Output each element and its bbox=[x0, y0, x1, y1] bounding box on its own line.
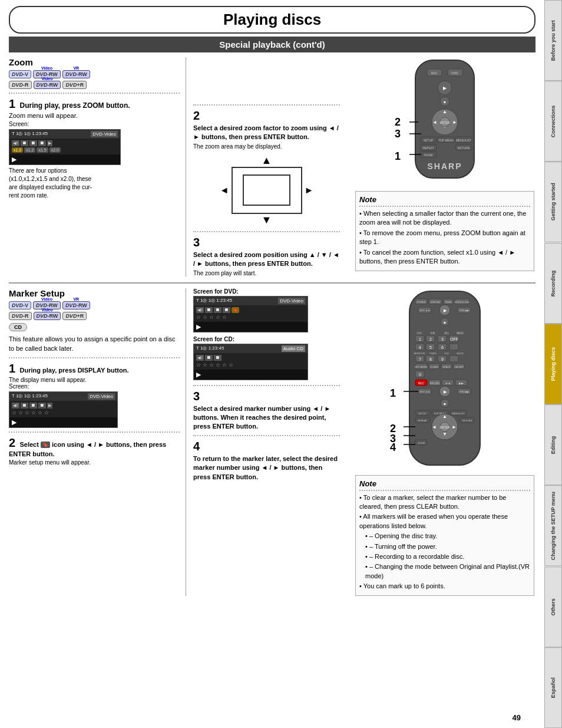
svg-text:6: 6 bbox=[441, 345, 444, 350]
zoom-step1: 1 During play, press ZOOM button. Zoom m… bbox=[9, 97, 180, 200]
svg-text:▶▶: ▶▶ bbox=[459, 381, 464, 385]
marker-disc-dvd-plus-r: DVD+R bbox=[62, 312, 87, 320]
marker-note-item-6: – Changing the mode between Original and… bbox=[359, 562, 530, 581]
marker-screen-cd-label: Screen for CD: bbox=[193, 336, 340, 342]
svg-rect-66 bbox=[449, 344, 458, 350]
zoom-step1-body: Zoom menu will appear. bbox=[9, 112, 180, 119]
marker-step1-number: 1 bbox=[9, 362, 15, 375]
svg-text:7: 7 bbox=[419, 357, 421, 361]
zoom-note-box: Note When selecting a smaller factor tha… bbox=[355, 191, 534, 271]
marker-step2-heading: Select 🔖 icon using ◄ / ► buttons, then … bbox=[9, 441, 166, 457]
svg-text:2: 2 bbox=[429, 337, 432, 341]
marker-note-item-4: – Turning off the power. bbox=[359, 542, 530, 551]
svg-text:►: ► bbox=[452, 120, 457, 125]
zoom-note-item-2: To remove the zoom menu, press ZOOM butt… bbox=[359, 229, 530, 247]
svg-text:REV ◄◄: REV ◄◄ bbox=[419, 309, 429, 312]
zoom-remote: REV FWD ▶ ■ ▲ ▼ ◄ ► E bbox=[386, 57, 504, 189]
marker-disc-cd: CD bbox=[9, 323, 27, 331]
marker-disc-badges-row1: DVD-V VideoDVD-RW VRDVD-RW bbox=[9, 301, 180, 309]
svg-text:▲: ▲ bbox=[442, 414, 447, 419]
svg-text:■: ■ bbox=[444, 100, 446, 104]
zoom-step1-desc: There are four options(x1.0,x1.2,x1.5 an… bbox=[9, 167, 180, 200]
svg-text:MENU/LIST: MENU/LIST bbox=[452, 412, 465, 415]
marker-screen-cd: T 1◎ 1:23:45 Audio CD ◀II 🔲 🔲 ☆ ☆ ☆ bbox=[193, 344, 308, 380]
svg-text:REPEAT: REPEAT bbox=[422, 146, 434, 150]
svg-text:TIMER: TIMER bbox=[445, 301, 452, 304]
marker-step2: 2 Select 🔖 icon using ◄ / ► buttons, the… bbox=[9, 436, 180, 466]
svg-text:MONITOR: MONITOR bbox=[414, 352, 425, 355]
disc-badge-dvd-r: DVD-R bbox=[9, 81, 32, 89]
sidebar-tab-espanol[interactable]: Español bbox=[544, 647, 562, 728]
svg-text:WXYZ: WXYZ bbox=[457, 352, 464, 355]
section-header: Special playback (cont'd) bbox=[9, 37, 535, 52]
marker-step1-screen-label: Screen: bbox=[9, 383, 180, 390]
zoom-step3-body: The zoom play will start. bbox=[193, 270, 340, 276]
zoom-section: Zoom DVD-V VideoDVD-RW VRDVD-RW DVD-R Vi… bbox=[9, 57, 186, 276]
svg-text:◄: ◄ bbox=[432, 120, 437, 125]
sidebar-tab-connections[interactable]: Connections bbox=[544, 81, 562, 162]
svg-text:ENTER: ENTER bbox=[440, 426, 450, 429]
svg-text:▲: ▲ bbox=[442, 109, 447, 114]
zoom-steps-mid: 2 Select a desired zoom factor to zoom u… bbox=[186, 57, 345, 276]
marker-step4-number: 4 bbox=[193, 440, 200, 453]
sidebar-tab-others[interactable]: Others bbox=[544, 566, 562, 647]
svg-text:1: 1 bbox=[419, 337, 421, 341]
zoom-step1-screen-label: Screen: bbox=[9, 121, 180, 127]
marker-note-box: Note To clear a marker, select the marke… bbox=[355, 475, 534, 597]
marker-callout-4: 4 bbox=[390, 442, 396, 454]
sidebar-tab-before-you-start[interactable]: Before you start bbox=[544, 0, 562, 81]
zoom-disc-badges-row2: DVD-R VideoDVD-RW DVD+R bbox=[9, 81, 180, 89]
svg-text:JKL: JKL bbox=[444, 331, 449, 335]
svg-text:RETURN: RETURN bbox=[462, 419, 472, 422]
zoom-callout-3: 3 bbox=[395, 128, 401, 140]
svg-text:4: 4 bbox=[419, 345, 421, 350]
svg-text:RETURN: RETURN bbox=[458, 146, 470, 150]
marker-disc-dvd-rw2: VideoDVD-RW bbox=[34, 312, 61, 320]
zoom-step3: 3 Select a desired zoom position using ▲… bbox=[193, 236, 340, 276]
sharp-brand: SHARP bbox=[427, 162, 462, 171]
zoom-screen-mockup: T 1◎ 1◎ 1:23:45 DVD-Video ◀II 🔲 🔲 🔲 ▶ x1 bbox=[9, 129, 121, 165]
sidebar-tab-setup[interactable]: Changing the SETUP menu bbox=[544, 485, 562, 566]
sidebar: Before you start Connections Getting sta… bbox=[544, 0, 562, 728]
zoom-step1-number: 1 bbox=[9, 97, 15, 111]
svg-text:ENTER: ENTER bbox=[440, 121, 450, 124]
zoom-title: Zoom bbox=[9, 57, 180, 67]
marker-step4: 4 To return to the marker later, select … bbox=[193, 440, 340, 482]
marker-step3-number: 3 bbox=[193, 390, 200, 403]
marker-title: Marker Setup bbox=[9, 288, 180, 298]
svg-text:OFF: OFF bbox=[450, 337, 458, 341]
svg-text:MENU/LIST: MENU/LIST bbox=[456, 139, 472, 142]
svg-text:►: ► bbox=[452, 424, 457, 430]
svg-text:MNO: MNO bbox=[457, 331, 464, 335]
svg-text:PQRS: PQRS bbox=[429, 352, 437, 355]
svg-text:3: 3 bbox=[441, 337, 444, 341]
marker-description: This feature allows you to assign a spec… bbox=[9, 334, 180, 354]
svg-text:FWD: FWD bbox=[451, 71, 458, 75]
marker-remote: POWER DISPLAY TIMER OPEN/CLOSE REV ◄◄ ▶ … bbox=[383, 288, 507, 473]
zoom-note-item-3: To cancel the zoom function, select x1.0… bbox=[359, 248, 530, 266]
svg-text:REV: REV bbox=[431, 71, 438, 75]
disc-badge-dvd-v: DVD-V bbox=[9, 70, 31, 78]
svg-text:FWD ▶▶: FWD ▶▶ bbox=[459, 309, 470, 312]
zoom-step2-body: The zoom area may be displayed. bbox=[193, 143, 340, 150]
svg-text:ZOOM: ZOOM bbox=[424, 153, 433, 157]
marker-disc-badge-row3: CD bbox=[9, 322, 180, 331]
sidebar-tab-recording[interactable]: Recording bbox=[544, 243, 562, 324]
svg-text:SPACE: SPACE bbox=[442, 365, 451, 368]
zoom-disc-badges-row1: DVD-V VideoDVD-RW VRDVD-RW bbox=[9, 70, 180, 78]
svg-text:5: 5 bbox=[429, 345, 432, 350]
marker-step3: 3 Select a desired marker number using ◄… bbox=[193, 390, 340, 431]
marker-disc-dvd-r: DVD-R bbox=[9, 312, 32, 320]
sidebar-tab-editing[interactable]: Editing bbox=[544, 404, 562, 485]
marker-step3-heading: Select a desired marker number using ◄ /… bbox=[193, 404, 340, 431]
svg-text:FWD ▶▶: FWD ▶▶ bbox=[459, 390, 470, 393]
marker-step2-number: 2 bbox=[9, 436, 15, 450]
disc-badge-dvd-rw2: VideoDVD-RW bbox=[34, 81, 61, 89]
marker-screen-dvd-section: Screen for DVD: T 1◎ 1◎ 1:23:45 DVD-Vide… bbox=[193, 288, 340, 332]
sidebar-tab-playing-discs[interactable]: Playing discs bbox=[544, 324, 562, 404]
svg-text:SETUP: SETUP bbox=[424, 139, 434, 142]
marker-step2-body: Marker setup menu will appear. bbox=[9, 459, 180, 466]
sidebar-tab-getting-started[interactable]: Getting started bbox=[544, 162, 562, 242]
marker-section-left: Marker Setup DVD-V VideoDVD-RW VRDVD-RW … bbox=[9, 288, 186, 597]
marker-steps-mid: Screen for DVD: T 1◎ 1◎ 1:23:45 DVD-Vide… bbox=[186, 288, 345, 597]
